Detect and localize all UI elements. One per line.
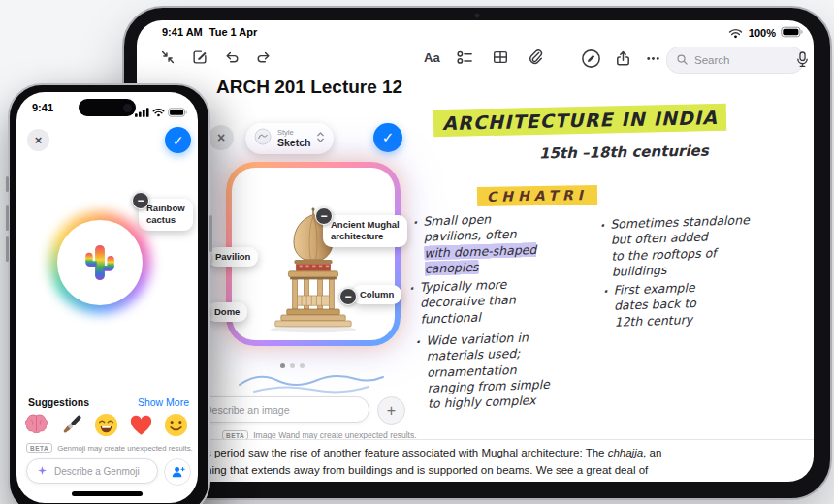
bullet-marker: · (415, 334, 420, 350)
tag-ancient-mughal-architecture[interactable]: Ancient Mughal architecture (323, 215, 407, 247)
iphone-device: 9:41 × ✓ − Rainbow cactus (8, 83, 210, 504)
battery-icon (781, 26, 804, 40)
describe-genmoji-input[interactable]: Describe a Genmoji (26, 458, 158, 484)
share-icon[interactable] (613, 48, 632, 68)
ipad-status-time: 9:41 AM (162, 26, 203, 38)
show-more-link[interactable]: Show More (138, 396, 189, 408)
table-icon[interactable] (491, 47, 510, 67)
toolbar-right-group (579, 47, 662, 70)
paragraph-text: , an (643, 447, 661, 458)
ipad-status-bar-right: 100% (728, 26, 804, 40)
battery-icon (168, 104, 188, 121)
signal-icon (135, 104, 149, 121)
describe-genmoji-placeholder: Describe a Genmoji (54, 466, 140, 477)
bullet-text: Sometimes standalone but often added to … (610, 212, 750, 278)
handwritten-bullet: ·Typically more decorative than function… (419, 274, 585, 327)
laughing-emoji[interactable] (92, 411, 120, 439)
paragraph-italic-term: chhajja (608, 447, 643, 458)
add-person-button[interactable] (164, 458, 191, 486)
cancel-image-button[interactable]: × (208, 125, 234, 150)
dynamic-island (79, 99, 136, 116)
note-paragraph: s period saw the rise of another feature… (206, 444, 754, 479)
attachment-icon[interactable] (526, 47, 545, 67)
genmoji-canvas (57, 220, 143, 305)
section-divider (137, 439, 814, 440)
ipad-screen: 9:41 AM Tue 1 Apr 100% Aa (137, 20, 814, 482)
bullet-marker: · (412, 215, 417, 231)
remove-tag-button[interactable]: − (339, 288, 357, 305)
toolbar-center-group: Aa (424, 47, 545, 67)
volume-down-button (6, 236, 9, 262)
beta-text: Genmoji may create unexpected results. (57, 444, 193, 453)
bullet-text: Small open pavilions, often (423, 211, 517, 243)
bullet-text: Typically more decorative than functiona… (419, 277, 516, 326)
brain-emoji[interactable] (22, 411, 50, 439)
redo-icon[interactable] (254, 47, 273, 67)
bullet-text: Wide variation in materials used; orname… (426, 331, 550, 411)
handwritten-subheading: 15th –18th centuries (539, 142, 709, 162)
remove-tag-button[interactable]: − (315, 207, 333, 225)
paragraph-text: s period saw the rise of another feature… (206, 447, 608, 458)
markup-pencil-icon[interactable] (579, 47, 602, 70)
paintbrush-emoji[interactable] (57, 411, 85, 439)
handwritten-bullet: ·Sometimes standalone but often added to… (610, 211, 777, 279)
ipad-camera (474, 13, 480, 18)
genmoji-preview (48, 211, 151, 314)
heart-emoji[interactable] (127, 411, 155, 439)
stage: 9:41 AM Tue 1 Apr 100% Aa (0, 0, 834, 504)
suggestions-label: Suggestions (28, 396, 89, 408)
wifi-icon (728, 27, 744, 39)
text-format-icon[interactable]: Aa (424, 50, 440, 65)
rainbow-cactus-emoji (78, 240, 122, 285)
remove-tag-button[interactable]: − (132, 192, 149, 209)
sparkle-icon (37, 465, 48, 478)
bullet-text: First example dates back to 12th century (613, 280, 696, 329)
beta-badge: BETA (26, 443, 52, 453)
search-input[interactable]: Search (666, 47, 804, 74)
smiley-emoji[interactable] (162, 411, 190, 439)
style-value: Sketch (277, 137, 310, 148)
paragraph-text: ning that extends away from buildings an… (206, 464, 648, 476)
handwritten-heading: ARCHITECTURE IN INDIA (433, 104, 727, 137)
action-button (6, 176, 9, 192)
tag-pavilion[interactable]: Pavilion (208, 247, 258, 267)
volume-up-button (6, 205, 9, 231)
accept-image-button[interactable]: ✓ (373, 123, 402, 152)
bullet-text-highlighted: with dome-shaped canopies (424, 242, 537, 276)
iphone-status-time: 9:41 (32, 102, 53, 113)
handwritten-bullet: ·First example dates back to 12th centur… (613, 277, 779, 330)
genmoji-beta-note: BETA Genmoji may create unexpected resul… (26, 443, 193, 453)
ipad-status-date: Tue 1 Apr (209, 26, 258, 38)
handwritten-bullet: ·Wide variation in materials used; ornam… (426, 328, 602, 412)
iphone-status-icons (135, 104, 188, 121)
compose-icon[interactable] (190, 47, 209, 67)
handwritten-section-heading: CHHATRI (477, 185, 597, 206)
bullet-marker: · (599, 218, 604, 234)
hand-sketch-strokes (230, 362, 395, 400)
describe-image-placeholder: Describe an image (205, 404, 290, 416)
accept-genmoji-button[interactable]: ✓ (165, 127, 191, 153)
ipad-device: 9:41 AM Tue 1 Apr 100% Aa (122, 6, 832, 500)
checklist-icon[interactable] (456, 47, 475, 67)
dictation-mic-icon[interactable] (792, 49, 812, 69)
cancel-genmoji-button[interactable]: × (27, 129, 49, 151)
power-button (209, 215, 212, 252)
tag-dome[interactable]: Dome (207, 302, 247, 322)
search-icon (676, 53, 689, 68)
bullet-marker: · (408, 281, 413, 297)
battery-percent: 100% (749, 27, 776, 39)
handwritten-bullet: ·Small open pavilions, often with dome-s… (423, 208, 590, 276)
undo-icon[interactable] (222, 47, 241, 67)
collapse-arrows-icon[interactable] (158, 47, 177, 67)
style-thumbnail-icon (254, 128, 272, 149)
add-button[interactable]: + (377, 396, 405, 425)
bullet-marker: · (602, 284, 607, 299)
home-indicator[interactable] (72, 491, 143, 496)
style-selector[interactable]: Style Sketch (245, 123, 334, 154)
search-placeholder: Search (694, 54, 729, 66)
front-camera (123, 104, 132, 112)
chevron-up-down-icon (316, 130, 325, 148)
style-label: Style (277, 129, 310, 138)
more-icon[interactable] (643, 48, 662, 68)
tag-column[interactable]: Column (352, 285, 401, 304)
